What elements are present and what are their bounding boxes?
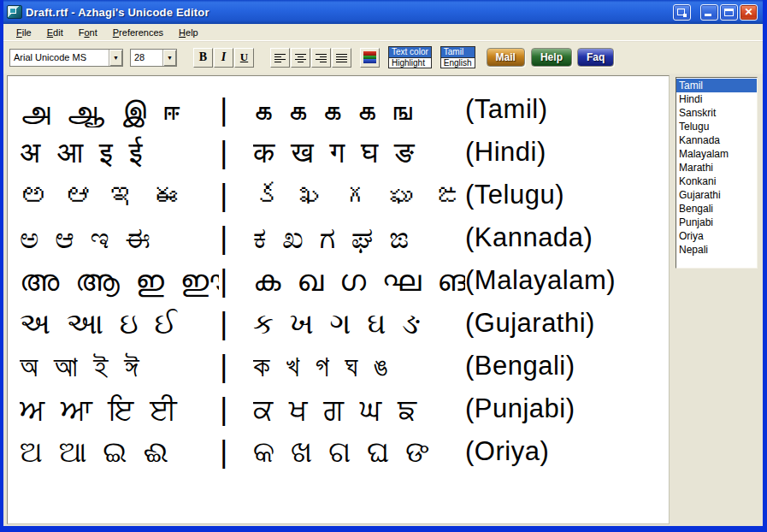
script-row-telugu: అ ఆ ఇ ఈ | క ఖ గ ఘ ఙ (Telugu): [20, 174, 669, 216]
vowels-text: અ આ ઇ ઈ: [20, 306, 219, 341]
list-item-oriya[interactable]: Oriya: [676, 229, 757, 243]
language-label: (Hindi): [465, 137, 669, 168]
menu-file[interactable]: File: [9, 26, 39, 39]
close-icon: ✕: [740, 5, 757, 20]
language-label: (Oriya): [465, 436, 669, 467]
script-row-tamil: அ ஆ இ ஈ | க க க க ங (Tamil): [20, 88, 669, 131]
tray-button-icon: [677, 9, 685, 15]
app-window: Draft.rtf - Azhagi's Unicode Editor ✕ Fi…: [0, 0, 767, 532]
language-label: (Punjabi): [465, 393, 669, 424]
toolbar: Arial Unicode MS ▼ 28 ▼ B I U: [3, 41, 763, 73]
close-button[interactable]: ✕: [740, 4, 758, 21]
app-icon: [7, 5, 22, 19]
consonants-text: ક ખ ગ ઘ ઙ: [253, 306, 465, 341]
script-row-kannada: ಅ ಆ ಇ ಈ | ಕ ಖ ಗ ಘ ಙ (Kannada): [20, 216, 669, 259]
chevron-down-icon[interactable]: ▼: [162, 50, 176, 66]
highlight-button[interactable]: Highlight: [389, 58, 431, 68]
list-item-hindi[interactable]: Hindi: [676, 92, 757, 106]
consonants-text: क ख ग घ ङ: [253, 135, 465, 170]
list-item-sanskrit[interactable]: Sanskrit: [676, 106, 757, 120]
consonants-text: କ ଖ ଗ ଘ ଙ: [253, 434, 465, 470]
list-item-gujarathi[interactable]: Gujarathi: [676, 188, 757, 202]
separator-text: |: [219, 263, 253, 298]
align-justify-button[interactable]: [332, 48, 351, 68]
list-item-nepali[interactable]: Nepali: [676, 243, 757, 257]
help-button[interactable]: Help: [531, 48, 572, 67]
menu-font[interactable]: Font: [71, 26, 105, 39]
consonants-text: ಕ ಖ ಗ ಘ ಙ: [253, 221, 465, 256]
menu-edit[interactable]: Edit: [39, 26, 71, 39]
list-item-bengali[interactable]: Bengali: [676, 202, 757, 216]
align-justify-icon: [335, 52, 348, 63]
list-item-konkani[interactable]: Konkani: [676, 174, 757, 188]
consonants-text: க க க க ங: [253, 92, 465, 127]
vowels-text: ਅ ਆ ਇ ਈ: [20, 392, 219, 427]
underline-button[interactable]: U: [234, 48, 254, 68]
menubar: File Edit Font Preferences Help: [3, 24, 763, 41]
document-editor[interactable]: அ ஆ இ ஈ | க க க க ங (Tamil) अ आ इ ई | क …: [7, 75, 670, 524]
list-item-kannada[interactable]: Kannada: [676, 133, 757, 147]
minimize-button[interactable]: [700, 4, 718, 21]
separator-text: |: [219, 306, 253, 340]
font-family-combobox[interactable]: Arial Unicode MS ▼: [9, 49, 123, 67]
list-item-punjabi[interactable]: Punjabi: [676, 216, 757, 229]
font-size-value: 28: [131, 50, 162, 66]
bold-button[interactable]: B: [193, 48, 213, 68]
language-label: (Malayalam): [465, 265, 669, 296]
separator-text: |: [219, 392, 253, 426]
align-center-button[interactable]: [291, 48, 310, 68]
script-row-oriya: ଅ ଆ ଇ ଈ | କ ଖ ଗ ଘ ଙ (Oriya): [20, 430, 669, 473]
minimize-icon: [705, 14, 711, 16]
align-right-button[interactable]: [311, 48, 331, 68]
vowels-text: ଅ ଆ ଇ ଈ: [20, 434, 219, 470]
list-item-marathi[interactable]: Marathi: [676, 161, 757, 174]
chevron-down-icon[interactable]: ▼: [109, 50, 122, 66]
separator-text: |: [219, 178, 253, 212]
align-left-button[interactable]: [270, 48, 290, 68]
vowels-text: अ आ इ ई: [20, 135, 219, 170]
language-english-button[interactable]: English: [441, 58, 475, 68]
language-label: (Tamil): [465, 94, 669, 125]
separator-text: |: [219, 434, 253, 469]
color-palette-button[interactable]: [360, 48, 380, 68]
rgb-stripes-icon: [363, 51, 376, 63]
font-family-value: Arial Unicode MS: [10, 50, 109, 66]
language-listbox[interactable]: Tamil Hindi Sanskrit Telugu Kannada Mala…: [676, 77, 758, 269]
consonants-text: ക ഖ ഗ ഘ ങ: [253, 263, 465, 299]
list-item-tamil[interactable]: Tamil: [676, 79, 757, 92]
italic-button[interactable]: I: [214, 48, 233, 68]
vowels-text: அ ஆ இ ஈ: [20, 92, 219, 127]
language-label: (Gujarathi): [465, 308, 669, 339]
font-size-combobox[interactable]: 28 ▼: [130, 49, 177, 67]
titlebar[interactable]: Draft.rtf - Azhagi's Unicode Editor ✕: [3, 0, 763, 24]
mail-button[interactable]: Mail: [487, 48, 525, 67]
align-center-icon: [294, 52, 307, 63]
menu-preferences[interactable]: Preferences: [105, 26, 171, 39]
script-row-punjabi: ਅ ਆ ਇ ਈ | ਕ ਖ ਗ ਘ ਙ (Punjabi): [20, 387, 669, 430]
consonants-text: క ఖ గ ఘ ఙ: [253, 178, 465, 212]
consonants-text: ਕ ਖ ਗ ਘ ਙ: [253, 392, 465, 427]
vowels-text: അ ആ ഇ ഈ: [20, 263, 219, 299]
script-row-gujarathi: અ આ ઇ ઈ | ક ખ ગ ઘ ઙ (Gujarathi): [20, 302, 669, 345]
script-row-bengali: অ আ ই ঈ | ক খ গ ঘ ঙ (Bengali): [20, 345, 669, 387]
separator-text: |: [219, 92, 253, 127]
maximize-button[interactable]: [720, 4, 738, 21]
align-left-icon: [274, 52, 286, 63]
align-right-icon: [315, 52, 327, 63]
list-item-malayalam[interactable]: Malayalam: [676, 147, 757, 161]
maximize-icon: [724, 9, 734, 16]
tray-button[interactable]: [673, 4, 691, 21]
language-tamil-button[interactable]: Tamil: [441, 47, 475, 58]
text-color-button[interactable]: Text color: [389, 47, 431, 58]
language-label: (Kannada): [465, 222, 669, 253]
window-title: Draft.rtf - Azhagi's Unicode Editor: [26, 6, 673, 19]
text-color-highlight-control[interactable]: Text color Highlight: [388, 46, 432, 68]
list-item-telugu[interactable]: Telugu: [676, 120, 757, 133]
script-row-malayalam: അ ആ ഇ ഈ | ക ഖ ഗ ഘ ങ (Malayalam): [20, 259, 669, 302]
vowels-text: ಅ ಆ ಇ ಈ: [20, 221, 219, 256]
script-row-hindi: अ आ इ ई | क ख ग घ ङ (Hindi): [20, 131, 669, 174]
faq-button[interactable]: Faq: [577, 48, 614, 67]
language-toggle-control[interactable]: Tamil English: [440, 46, 475, 68]
menu-help[interactable]: Help: [171, 26, 206, 39]
consonants-text: ক খ গ ঘ ঙ: [253, 349, 465, 384]
